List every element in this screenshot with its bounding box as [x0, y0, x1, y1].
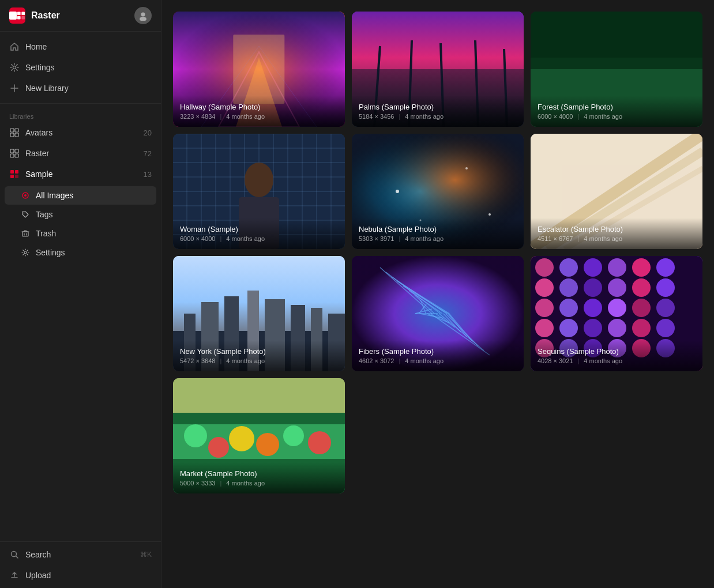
photo-title: Fibers (Sample Photo): [359, 347, 517, 356]
photo-dimensions: 3223 × 4834: [180, 113, 215, 120]
photo-meta: 5303 × 3971 | 4 months ago: [359, 235, 517, 242]
sidebar-item-avatars[interactable]: Avatars 20: [0, 122, 161, 143]
svg-point-130: [608, 299, 626, 317]
photo-dimensions: 5000 × 3333: [180, 480, 215, 487]
photo-date: 4 months ago: [226, 235, 265, 242]
svg-point-152: [256, 433, 279, 456]
svg-point-127: [535, 299, 554, 317]
photo-date: 4 months ago: [226, 113, 265, 120]
separator: |: [577, 357, 579, 364]
photo-info: Nebula (Sample Photo) 5303 × 3971 | 4 mo…: [352, 218, 524, 249]
bottom-search[interactable]: Search ⌘K: [0, 544, 161, 565]
photo-card-escalator[interactable]: Escalator (Sample Photo) 4511 × 6767 | 4…: [531, 134, 702, 249]
photo-dimensions: 6000 × 4000: [180, 235, 215, 242]
nav-settings[interactable]: Settings: [0, 57, 161, 78]
sub-item-all-images-label: All Images: [36, 191, 73, 200]
sub-item-trash-label: Trash: [36, 229, 56, 238]
photo-date: 4 months ago: [405, 357, 444, 364]
photo-dimensions: 5303 × 3971: [359, 235, 394, 242]
svg-point-116: [559, 258, 578, 277]
sub-item-tags-label: Tags: [36, 210, 53, 219]
separator: |: [577, 235, 579, 242]
svg-point-74: [465, 167, 468, 169]
nav-new-library[interactable]: New Library: [0, 78, 161, 99]
sidebar-bottom: Search ⌘K Upload: [0, 541, 161, 588]
library-avatars-count: 20: [144, 129, 152, 137]
library-avatars-label: Avatars: [25, 128, 52, 137]
photo-card-hallway[interactable]: Hallway (Sample Photo) 3223 × 4834 | 4 m…: [173, 12, 345, 127]
home-icon: [9, 42, 20, 52]
nav-home[interactable]: Home: [0, 36, 161, 57]
svg-point-124: [608, 278, 626, 297]
svg-rect-17: [10, 170, 14, 174]
photo-info: New York (Sample Photo) 5472 × 3648 | 4 …: [173, 340, 345, 371]
sidebar: Raster Home Setting: [0, 0, 161, 588]
photo-dimensions: 4028 × 3021: [538, 357, 573, 364]
separator: |: [399, 357, 400, 364]
photo-title: New York (Sample Photo): [180, 347, 338, 356]
photo-card-forest[interactable]: Forest (Sample Photo) 6000 × 4000 | 4 mo…: [531, 12, 702, 127]
sidebar-item-sample[interactable]: Sample 13: [0, 164, 161, 184]
gear-icon: [21, 248, 30, 257]
svg-point-136: [608, 319, 626, 337]
svg-rect-146: [173, 378, 345, 413]
upload-icon: [9, 570, 20, 581]
photo-card-fibers[interactable]: Fibers (Sample Photo) 4602 × 3072 | 4 mo…: [352, 256, 524, 371]
svg-rect-9: [10, 129, 14, 132]
svg-point-133: [535, 319, 554, 337]
bottom-upload-label: Upload: [25, 571, 51, 580]
bottom-upload[interactable]: Upload: [0, 565, 161, 586]
svg-point-73: [396, 190, 399, 193]
separator: |: [220, 480, 221, 487]
photo-info: Forest (Sample Photo) 6000 × 4000 | 4 mo…: [531, 96, 702, 127]
svg-rect-16: [15, 154, 18, 157]
sub-item-settings[interactable]: Settings: [5, 243, 156, 262]
main-content: Hallway (Sample Photo) 3223 × 4834 | 4 m…: [161, 0, 714, 588]
photo-date: 4 months ago: [226, 480, 265, 487]
grid-red-icon: [9, 169, 20, 179]
svg-point-28: [24, 251, 27, 254]
svg-rect-3: [21, 16, 25, 20]
search-shortcut: ⌘K: [140, 551, 152, 559]
photo-grid: Hallway (Sample Photo) 3223 × 4834 | 4 m…: [173, 12, 702, 493]
photo-meta: 5000 × 3333 | 4 months ago: [180, 480, 338, 487]
photo-date: 4 months ago: [584, 357, 622, 364]
photo-card-woman[interactable]: Woman (Sample) 6000 × 4000 | 4 months ag…: [173, 134, 345, 249]
photo-dimensions: 4511 × 6767: [538, 235, 573, 242]
svg-point-22: [24, 194, 27, 197]
photo-info: Market (Sample Photo) 5000 × 3333 | 4 mo…: [173, 462, 345, 493]
photo-card-nebula[interactable]: Nebula (Sample Photo) 5303 × 3971 | 4 mo…: [352, 134, 524, 249]
photo-card-sequins[interactable]: Sequins (Sample Photo) 4028 × 3021 | 4 m…: [531, 256, 702, 371]
svg-point-75: [488, 213, 491, 216]
svg-point-4: [141, 13, 145, 17]
separator: |: [399, 235, 400, 242]
svg-rect-18: [15, 170, 18, 174]
svg-point-68: [245, 163, 273, 197]
svg-rect-1: [21, 12, 25, 15]
photo-meta: 5184 × 3456 | 4 months ago: [359, 113, 517, 120]
svg-point-126: [656, 278, 675, 297]
trash-icon: [21, 229, 30, 238]
photo-card-market[interactable]: Market (Sample Photo) 5000 × 3333 | 4 mo…: [173, 378, 345, 493]
sidebar-item-raster[interactable]: Raster 72: [0, 143, 161, 164]
photo-dimensions: 4602 × 3072: [359, 357, 394, 364]
avatar[interactable]: [134, 7, 152, 24]
sub-item-settings-label: Settings: [36, 248, 65, 257]
separator: |: [220, 235, 221, 242]
photo-title: Market (Sample Photo): [180, 469, 338, 478]
svg-rect-12: [15, 133, 18, 137]
svg-rect-20: [15, 175, 18, 178]
sub-item-all-images[interactable]: All Images: [5, 186, 156, 205]
photo-info: Fibers (Sample Photo) 4602 × 3072 | 4 mo…: [352, 340, 524, 371]
sub-item-tags[interactable]: Tags: [5, 205, 156, 224]
photo-card-palms[interactable]: Palms (Sample Photo) 5184 × 3456 | 4 mon…: [352, 12, 524, 127]
sub-items: All Images Tags: [0, 184, 161, 263]
svg-rect-24: [22, 232, 28, 236]
svg-point-6: [13, 66, 16, 69]
photo-title: Forest (Sample Photo): [538, 103, 696, 111]
photo-info: Palms (Sample Photo) 5184 × 3456 | 4 mon…: [352, 96, 524, 127]
libraries-label: Libraries: [0, 108, 161, 122]
sub-item-trash[interactable]: Trash: [5, 224, 156, 243]
svg-rect-11: [10, 133, 14, 137]
photo-card-newyork[interactable]: New York (Sample Photo) 5472 × 3648 | 4 …: [173, 256, 345, 371]
